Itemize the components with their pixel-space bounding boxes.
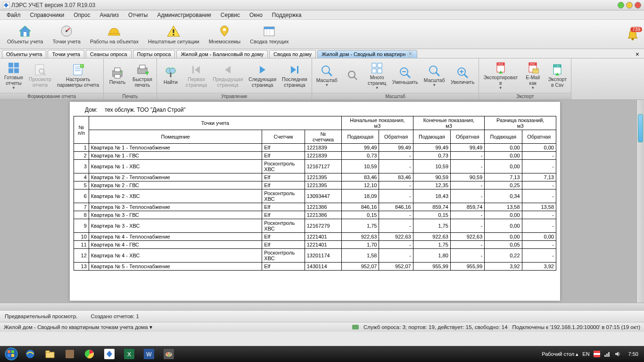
tab-points[interactable]: Точки учета [48, 50, 84, 58]
ribbon-btn-3-2[interactable]: Много страниц▼ [365, 60, 389, 91]
ribbon-btn-2-4[interactable]: Последняя страница [280, 62, 310, 89]
taskbar-app1[interactable] [60, 347, 79, 361]
ribbon-btn-0-2[interactable]: +Настроить параметры отчета [55, 62, 101, 89]
menu-service[interactable]: Сервис [216, 11, 245, 19]
ribbon-btn-3-5[interactable]: Увеличить [448, 65, 477, 87]
tab-apartments[interactable]: Жилой дом - Сводный по квартирн× [317, 50, 417, 58]
menu-poll[interactable]: Опрос [69, 11, 95, 19]
svg-rect-98 [594, 353, 600, 355]
svg-rect-3 [24, 32, 26, 36]
tab-objects[interactable]: Объекты учета [2, 50, 46, 58]
table-row: 10Квартира № 4 - ТеплоснабжениеElf122140… [74, 233, 556, 241]
horizontal-scrollbar[interactable] [0, 303, 644, 310]
tab-ports[interactable]: Порты опроса [133, 50, 175, 58]
svg-point-16 [632, 38, 634, 40]
notifications-button[interactable]: 739 [624, 28, 641, 41]
col-fs: Подающая [419, 134, 445, 140]
created-label: Создано отчетов: 1 [91, 313, 139, 319]
maximize-button[interactable] [626, 2, 633, 8]
ribbon-btn-4-0[interactable]: PDFЭкспортироват в▼ [481, 60, 520, 91]
taskbar-desktop[interactable]: Рабочий стол ▴ [542, 351, 578, 357]
ribbon-btn-1-0[interactable]: Печать [106, 65, 129, 87]
menu-window[interactable]: Окно [245, 11, 267, 19]
ribbon-btn-4-1[interactable]: PDFE-Mail как▼ [521, 60, 545, 91]
svg-text:PDF: PDF [530, 63, 536, 66]
svg-line-62 [464, 74, 468, 78]
ribbon-label: Уменьшить [392, 80, 418, 85]
ribbon-group-label: Экспорт [479, 93, 571, 99]
svg-text:X: X [127, 351, 132, 358]
tb-points[interactable]: Точки учета [48, 23, 85, 46]
taskbar-clock[interactable]: 7:50 [625, 351, 642, 357]
menu-dictionaries[interactable]: Справочники [25, 11, 69, 19]
taskbar-word[interactable]: W [140, 347, 158, 361]
ribbon-btn-3-3[interactable]: Уменьшить [390, 65, 421, 87]
house-label: Дом: [85, 107, 98, 113]
menu-admin[interactable]: Администрирование [152, 11, 215, 19]
tb-summary[interactable]: Сводка текущих [246, 23, 293, 46]
ribbon-btn-0-1: Просмотр отчета [26, 62, 54, 89]
svg-rect-52 [372, 69, 376, 73]
close-button[interactable] [635, 2, 641, 8]
svg-rect-32 [115, 74, 120, 78]
start-button[interactable] [2, 347, 21, 361]
menu-file[interactable]: Файл [2, 11, 25, 19]
ribbon-icon [320, 64, 333, 77]
taskbar-ie[interactable] [21, 347, 40, 361]
ribbon-btn-0-0[interactable]: Готовые отчеты▼ [2, 60, 25, 91]
svg-rect-53 [378, 69, 382, 73]
taskbar-app2[interactable] [100, 347, 119, 361]
tab-balance[interactable]: Жилой дом - Балансовый по дому [176, 50, 268, 58]
ribbon-btn-2-1: Первая страница [183, 62, 209, 89]
ribbon-label: Готовые отчеты [4, 75, 23, 86]
svg-rect-100 [606, 354, 608, 357]
ribbon-btn-3-0[interactable]: Масштаб▼ [314, 63, 340, 89]
vertical-scrollbar[interactable] [636, 100, 644, 303]
ribbon-btn-2-3[interactable]: Следующая страница [246, 62, 279, 89]
tb-mnemo[interactable]: Мнемосхемы [205, 23, 245, 46]
tab-housesummary[interactable]: Сводка по дому [269, 50, 316, 58]
status-service: Служб опроса: 3; портов: 19, действует: … [363, 324, 508, 330]
scrollbar-thumb[interactable] [638, 114, 643, 142]
col-dr: Обратная [527, 134, 551, 140]
svg-rect-82 [46, 351, 50, 353]
ribbon-label: Печать [109, 80, 125, 85]
menu-support[interactable]: Поддержка [267, 11, 306, 19]
ribbon-label: Просмотр отчета [29, 77, 51, 88]
tab-close-icon[interactable]: × [407, 51, 413, 57]
report-scroll[interactable]: Дом: тех обслуж. ТОО "Диал Строй" № п/п … [0, 100, 636, 303]
menu-reports[interactable]: Отчеты [124, 11, 152, 19]
status-left[interactable]: Жилой дом - Сводный по квартирным точкам… [4, 324, 152, 330]
col-meter: Счетчик [274, 134, 293, 140]
ribbon-btn-1-1[interactable]: Быстрая печать [130, 62, 155, 89]
tray-flag-icon[interactable] [594, 351, 600, 357]
ribbon-btn-2-0[interactable]: Найти [159, 65, 182, 87]
minimize-button[interactable] [618, 2, 624, 8]
tb-points-label: Точки учета [52, 39, 81, 44]
tray-network-icon[interactable] [604, 351, 611, 357]
svg-rect-79 [11, 354, 14, 357]
chevron-down-icon: ▼ [375, 86, 379, 90]
tabs-close-all[interactable]: × [633, 50, 642, 58]
ribbon-btn-3-1[interactable] [341, 67, 364, 84]
tb-works[interactable]: Работы на объектах [86, 23, 143, 46]
ribbon-icon [190, 63, 203, 76]
ribbon-btn-3-4[interactable]: Масштаб▼ [421, 63, 447, 89]
taskbar-chrome[interactable] [80, 347, 99, 361]
svg-rect-40 [192, 66, 194, 74]
col-fr: Обратная [456, 134, 479, 140]
table-row: 11Квартира № 4 - ГВСElf12214011,70-1,75-… [74, 241, 556, 249]
taskbar-explorer[interactable] [41, 347, 59, 361]
tb-objects[interactable]: Объекты учета [3, 23, 47, 46]
tray-volume-icon[interactable] [614, 351, 621, 357]
ribbon-btn-4-2[interactable]: CSVЭкспорт в Csv [545, 62, 569, 89]
taskbar-paint[interactable] [159, 347, 178, 361]
ribbon-label: Быстрая печать [132, 77, 152, 88]
tb-alerts[interactable]: Нештатные ситуации [144, 23, 204, 46]
tab-sessions[interactable]: Сеансы опроса [86, 50, 132, 58]
taskbar-lang[interactable]: EN [582, 351, 589, 357]
tb-alerts-label: Нештатные ситуации [148, 39, 199, 44]
menu-analysis[interactable]: Анализ [95, 11, 124, 19]
taskbar-excel[interactable]: X [120, 347, 139, 361]
table-row: 2Квартира № 1 - ГВСElf12218390,73-0,73-0… [74, 152, 556, 160]
